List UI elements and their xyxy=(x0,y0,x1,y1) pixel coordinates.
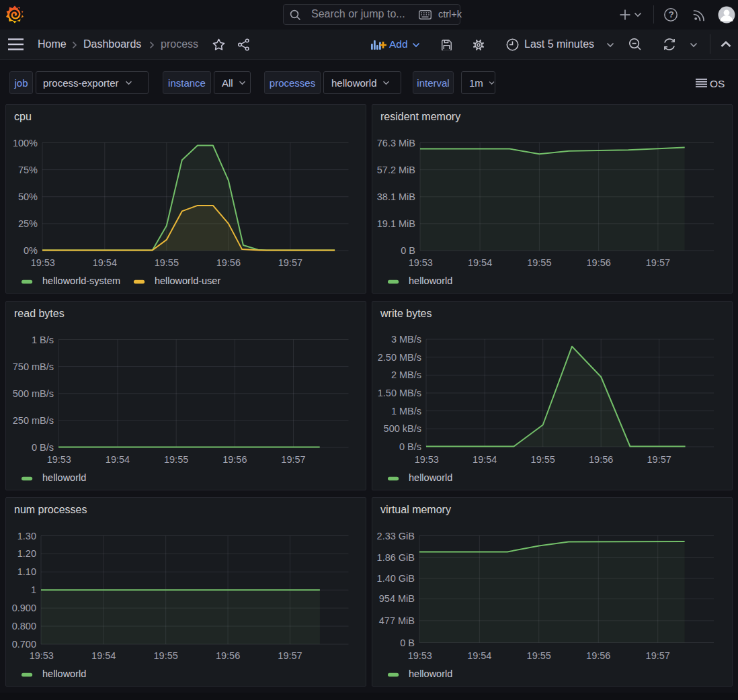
svg-text:19:55: 19:55 xyxy=(155,257,179,268)
svg-text:0 B/s: 0 B/s xyxy=(399,441,421,452)
svg-text:19:57: 19:57 xyxy=(646,257,670,268)
svg-text:19:55: 19:55 xyxy=(154,650,178,661)
svg-text:19:54: 19:54 xyxy=(93,257,117,268)
svg-text:1.40 GiB: 1.40 GiB xyxy=(377,573,415,584)
svg-text:38.1 MiB: 38.1 MiB xyxy=(377,191,415,202)
svg-text:helloworld: helloworld xyxy=(409,472,452,483)
svg-text:954 MiB: 954 MiB xyxy=(379,593,415,604)
svg-text:19:57: 19:57 xyxy=(278,650,302,661)
svg-text:1.50 MB/s: 1.50 MB/s xyxy=(378,388,421,398)
svg-text:19:53: 19:53 xyxy=(31,257,55,268)
svg-text:2 MB/s: 2 MB/s xyxy=(391,369,421,380)
svg-text:750 mB/s: 750 mB/s xyxy=(13,361,54,371)
svg-text:19:56: 19:56 xyxy=(216,650,240,661)
svg-text:100%: 100% xyxy=(13,138,38,148)
svg-text:500 kB/s: 500 kB/s xyxy=(384,423,421,434)
svg-text:19:56: 19:56 xyxy=(586,650,610,661)
svg-text:19:55: 19:55 xyxy=(527,257,551,268)
svg-text:0 B: 0 B xyxy=(400,638,415,648)
svg-text:1.30: 1.30 xyxy=(17,531,36,541)
svg-text:19:54: 19:54 xyxy=(473,453,497,464)
svg-text:75%: 75% xyxy=(18,165,38,175)
svg-text:19:56: 19:56 xyxy=(222,453,247,464)
svg-text:2.50 MB/s: 2.50 MB/s xyxy=(378,351,421,362)
svg-text:1 B/s: 1 B/s xyxy=(32,334,54,345)
svg-text:0 B: 0 B xyxy=(401,245,415,256)
svg-text:helloworld: helloworld xyxy=(409,668,452,679)
svg-text:helloworld: helloworld xyxy=(42,668,86,679)
svg-text:19:56: 19:56 xyxy=(589,453,613,464)
svg-text:0.700: 0.700 xyxy=(12,639,36,650)
svg-text:19:57: 19:57 xyxy=(647,453,671,464)
svg-text:1.20: 1.20 xyxy=(17,548,36,559)
svg-text:19:53: 19:53 xyxy=(415,453,439,464)
svg-text:19:54: 19:54 xyxy=(91,650,116,661)
svg-text:19:57: 19:57 xyxy=(646,650,670,661)
svg-text:19:53: 19:53 xyxy=(408,650,432,661)
svg-text:helloworld: helloworld xyxy=(409,275,452,286)
svg-text:477 MiB: 477 MiB xyxy=(379,615,415,626)
svg-text:helloworld-user: helloworld-user xyxy=(155,275,220,286)
svg-text:57.2 MiB: 57.2 MiB xyxy=(377,165,415,175)
svg-text:helloworld-system: helloworld-system xyxy=(42,275,120,286)
svg-text:19:55: 19:55 xyxy=(531,453,555,464)
svg-text:19:54: 19:54 xyxy=(468,257,492,268)
svg-text:1.10: 1.10 xyxy=(17,566,36,577)
svg-text:0 B/s: 0 B/s xyxy=(32,442,54,453)
svg-text:1.86 GiB: 1.86 GiB xyxy=(377,552,415,563)
svg-text:19:56: 19:56 xyxy=(587,257,611,268)
svg-text:1: 1 xyxy=(31,584,36,595)
svg-text:76.3 MiB: 76.3 MiB xyxy=(377,138,415,148)
svg-text:0%: 0% xyxy=(24,245,38,256)
svg-text:250 mB/s: 250 mB/s xyxy=(13,414,54,425)
svg-text:50%: 50% xyxy=(18,191,38,202)
svg-text:0.800: 0.800 xyxy=(12,621,36,631)
svg-text:19:55: 19:55 xyxy=(164,453,188,464)
svg-text:19:54: 19:54 xyxy=(467,650,491,661)
svg-text:19.1 MiB: 19.1 MiB xyxy=(377,218,415,229)
svg-text:helloworld: helloworld xyxy=(42,472,86,483)
svg-text:19:57: 19:57 xyxy=(281,453,305,464)
svg-text:2.33 GiB: 2.33 GiB xyxy=(377,531,415,541)
svg-text:19:53: 19:53 xyxy=(409,257,433,268)
svg-text:3 MB/s: 3 MB/s xyxy=(391,334,421,345)
svg-text:19:53: 19:53 xyxy=(30,650,54,661)
svg-text:19:53: 19:53 xyxy=(47,453,71,464)
svg-text:500 mB/s: 500 mB/s xyxy=(13,388,54,398)
svg-text:19:55: 19:55 xyxy=(527,650,551,661)
svg-text:19:54: 19:54 xyxy=(106,453,130,464)
svg-text:19:57: 19:57 xyxy=(278,257,302,268)
svg-text:0.900: 0.900 xyxy=(12,603,36,613)
svg-text:1 MB/s: 1 MB/s xyxy=(391,405,421,416)
svg-text:25%: 25% xyxy=(18,218,38,229)
svg-text:19:56: 19:56 xyxy=(216,257,241,268)
